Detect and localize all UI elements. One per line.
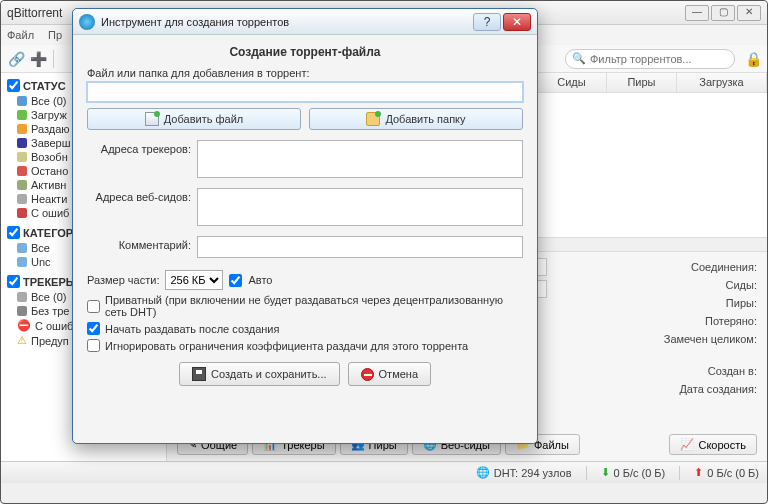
separator (53, 50, 54, 68)
col-seeds[interactable]: Сиды (537, 73, 607, 92)
col-download[interactable]: Загрузка (677, 73, 767, 92)
folder-icon (17, 257, 27, 267)
upload-icon (17, 124, 27, 134)
lbl-date: Дата создания: (557, 380, 757, 398)
comment-label: Комментарий: (87, 236, 191, 251)
open-link-icon[interactable]: 🔗 (7, 50, 25, 68)
piece-size-select[interactable]: 256 КБ (165, 270, 223, 290)
error-icon: ⛔ (17, 319, 31, 332)
separator (586, 466, 587, 480)
auto-check[interactable] (229, 274, 242, 287)
error-icon (17, 208, 27, 218)
sb-dht[interactable]: 🌐DHT: 294 узлов (476, 466, 572, 479)
add-folder-button[interactable]: Добавить папку (309, 108, 523, 130)
down-icon: ⬇ (601, 466, 610, 479)
maximize-button[interactable]: ▢ (711, 5, 735, 21)
trackers-label: Адреса трекеров: (87, 140, 191, 155)
create-torrent-dialog: Инструмент для создания торрентов ? ✕ Со… (72, 8, 538, 444)
private-check[interactable] (87, 300, 100, 313)
pause-icon (17, 166, 27, 176)
dialog-heading: Создание торрент-файла (87, 45, 523, 59)
startseed-check[interactable] (87, 322, 100, 335)
status-icon (17, 96, 27, 106)
tracker-icon (17, 292, 27, 302)
file-path-label: Файл или папка для добавления в торрент: (87, 67, 523, 79)
lock-icon[interactable]: 🔒 (745, 51, 761, 67)
lbl-seeds: Сиды: (557, 276, 757, 294)
dialog-title: Инструмент для создания торрентов (101, 16, 473, 28)
menu-pref[interactable]: Пр (48, 29, 62, 41)
ignore-label: Игнорировать ограничения коэффициента ра… (105, 340, 468, 352)
trackers-input[interactable] (197, 140, 523, 178)
piece-label: Размер части: (87, 274, 159, 286)
cancel-button[interactable]: Отмена (348, 362, 431, 386)
create-save-button[interactable]: Создать и сохранить... (179, 362, 340, 386)
trk-check[interactable] (7, 275, 20, 288)
play-icon (17, 152, 27, 162)
filter-box[interactable]: 🔍 (565, 49, 735, 69)
dialog-titlebar[interactable]: Инструмент для создания торрентов ? ✕ (73, 9, 537, 35)
notracker-icon (17, 306, 27, 316)
statusbar: 🌐DHT: 294 узлов ⬇0 Б/с (0 Б) ⬆0 Б/с (0 Б… (1, 461, 767, 483)
active-icon (17, 180, 27, 190)
inactive-icon (17, 194, 27, 204)
add-file-button[interactable]: Добавить файл (87, 108, 301, 130)
search-icon: 🔍 (572, 52, 586, 65)
globe-icon: 🌐 (476, 466, 490, 479)
menu-file[interactable]: Файл (7, 29, 34, 41)
download-icon (17, 110, 27, 120)
file-icon (145, 112, 159, 126)
check-icon (17, 138, 27, 148)
ignore-check[interactable] (87, 339, 100, 352)
lbl-connections: Соединения: (557, 258, 757, 276)
warning-icon: ⚠ (17, 334, 27, 347)
minimize-button[interactable]: — (685, 5, 709, 21)
lbl-peers: Пиры: (557, 294, 757, 312)
folder-icon (17, 243, 27, 253)
webseeds-input[interactable] (197, 188, 523, 226)
close-button[interactable]: ✕ (503, 13, 531, 31)
lbl-lost: Потеряно: (557, 312, 757, 330)
sb-down[interactable]: ⬇0 Б/с (0 Б) (601, 466, 666, 479)
speed-icon: 📈 (680, 438, 694, 451)
sb-up[interactable]: ⬆0 Б/с (0 Б) (694, 466, 759, 479)
cancel-icon (361, 368, 374, 381)
status-check[interactable] (7, 79, 20, 92)
auto-label: Авто (248, 274, 272, 286)
add-torrent-icon[interactable]: ➕ (29, 50, 47, 68)
save-icon (192, 367, 206, 381)
comment-input[interactable] (197, 236, 523, 258)
close-button[interactable]: ✕ (737, 5, 761, 21)
help-button[interactable]: ? (473, 13, 501, 31)
separator (679, 466, 680, 480)
file-path-input[interactable] (87, 82, 523, 102)
startseed-label: Начать раздавать после создания (105, 323, 279, 335)
private-label: Приватный (при включении не будет раздав… (105, 294, 523, 318)
app-icon (79, 14, 95, 30)
lbl-created: Создан в: (557, 362, 757, 380)
filter-input[interactable] (590, 53, 728, 65)
cat-check[interactable] (7, 226, 20, 239)
folder-icon (366, 112, 380, 126)
webseeds-label: Адреса веб-сидов: (87, 188, 191, 203)
tab-speed[interactable]: 📈Скорость (669, 434, 757, 455)
col-peers[interactable]: Пиры (607, 73, 677, 92)
up-icon: ⬆ (694, 466, 703, 479)
lbl-seen: Замечен целиком: (557, 330, 757, 348)
